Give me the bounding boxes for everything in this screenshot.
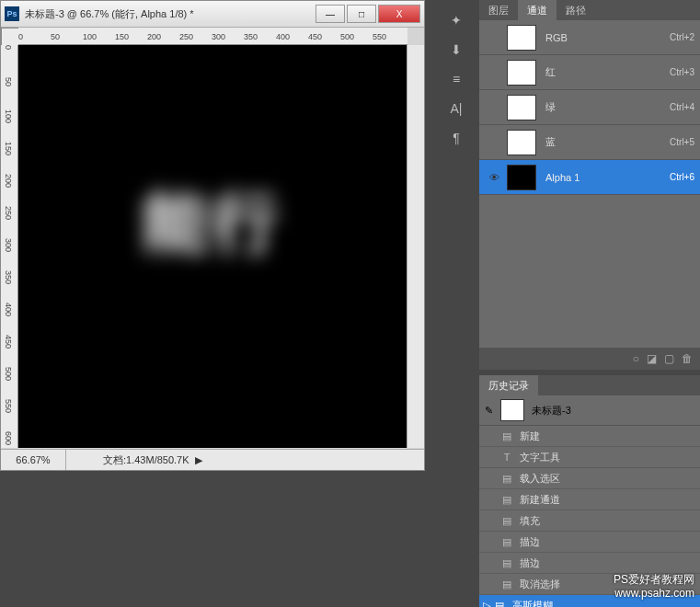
history-step-label: 高斯模糊 bbox=[512, 599, 553, 608]
ruler-tick: 600 bbox=[4, 431, 13, 445]
watermark-line1: PS爱好者教程网 bbox=[614, 573, 694, 588]
channel-shortcut: Ctrl+4 bbox=[670, 102, 694, 112]
channel-row[interactable]: RGBCtrl+2 bbox=[479, 20, 700, 55]
play-icon: ▷ bbox=[483, 600, 490, 608]
ruler-tick: 200 bbox=[147, 32, 161, 41]
brush-icon: ✎ bbox=[485, 405, 493, 417]
history-step-icon: ▤ bbox=[499, 429, 514, 443]
ruler-tick: 450 bbox=[308, 32, 322, 41]
channel-name: RGB bbox=[545, 32, 670, 43]
history-step-icon: T bbox=[499, 450, 514, 464]
history-step-label: 文字工具 bbox=[520, 451, 560, 464]
ruler-tick: 250 bbox=[179, 32, 193, 41]
channel-thumbnail bbox=[507, 25, 536, 51]
ruler-tick: 350 bbox=[244, 32, 258, 41]
history-step[interactable]: T文字工具 bbox=[479, 447, 700, 468]
ruler-tick: 200 bbox=[4, 174, 13, 188]
ruler-tick: 0 bbox=[18, 32, 23, 41]
document-window: Ps 未标题-3 @ 66.7% (能行, Alpha 1/8) * — □ X… bbox=[0, 0, 425, 471]
channel-thumbnail bbox=[507, 130, 536, 155]
channel-row[interactable]: 红Ctrl+3 bbox=[479, 55, 700, 90]
channel-name: 红 bbox=[545, 65, 670, 79]
channel-shortcut: Ctrl+6 bbox=[670, 172, 694, 182]
visibility-toggle[interactable] bbox=[485, 135, 503, 150]
channels-panel: 图层 通道 路径 RGBCtrl+2红Ctrl+3绿Ctrl+4蓝Ctrl+5👁… bbox=[479, 0, 700, 370]
window-titlebar[interactable]: Ps 未标题-3 @ 66.7% (能行, Alpha 1/8) * — □ X bbox=[1, 1, 424, 28]
document-info[interactable]: 文档:1.43M/850.7K bbox=[103, 453, 189, 467]
channel-row[interactable]: 蓝Ctrl+5 bbox=[479, 125, 700, 160]
ruler-tick: 550 bbox=[373, 32, 386, 41]
channel-name: 绿 bbox=[545, 100, 670, 114]
ruler-tick: 100 bbox=[83, 32, 97, 41]
channel-panel-footer: ○◪▢🗑 bbox=[479, 348, 700, 370]
ruler-tick: 400 bbox=[276, 32, 290, 41]
watermark-line2: www.psahz.com bbox=[614, 587, 694, 601]
ruler-tick: 500 bbox=[4, 367, 13, 381]
ruler-vertical[interactable]: 050100150200250300350400450500550600 bbox=[1, 45, 18, 448]
ruler-tick: 100 bbox=[4, 109, 13, 123]
snapshot-thumbnail bbox=[500, 399, 524, 421]
tool-button[interactable]: ⬇ bbox=[445, 39, 467, 61]
history-step-label: 取消选择 bbox=[520, 578, 560, 591]
panel-footer-button[interactable]: ◪ bbox=[647, 352, 657, 365]
channel-thumbnail bbox=[507, 165, 536, 190]
visibility-toggle[interactable] bbox=[485, 30, 503, 45]
minimize-button[interactable]: — bbox=[316, 5, 345, 23]
history-tabs: 历史记录 bbox=[479, 375, 700, 395]
tool-button[interactable]: A| bbox=[445, 97, 467, 120]
window-title: 未标题-3 @ 66.7% (能行, Alpha 1/8) * bbox=[25, 7, 316, 21]
zoom-level[interactable]: 66.67% bbox=[1, 450, 66, 470]
maximize-button[interactable]: □ bbox=[347, 5, 376, 23]
channel-thumbnail bbox=[507, 95, 536, 120]
close-button[interactable]: X bbox=[378, 5, 420, 23]
channel-shortcut: Ctrl+5 bbox=[670, 137, 694, 147]
history-step[interactable]: ▤描边 bbox=[479, 553, 700, 574]
history-snapshot[interactable]: ✎ 未标题-3 bbox=[479, 395, 700, 426]
channel-thumbnail bbox=[507, 60, 536, 86]
scrollbar-vertical[interactable] bbox=[407, 45, 424, 448]
canvas[interactable]: 能行 bbox=[18, 45, 407, 448]
visibility-toggle[interactable] bbox=[485, 65, 503, 80]
channel-row[interactable]: 👁Alpha 1Ctrl+6 bbox=[479, 160, 700, 195]
tab-channels[interactable]: 通道 bbox=[518, 0, 557, 20]
history-step-icon: ▤ bbox=[492, 598, 507, 607]
ruler-tick: 150 bbox=[115, 32, 129, 41]
ruler-tick: 500 bbox=[340, 32, 354, 41]
ruler-tick: 300 bbox=[212, 32, 225, 41]
panel-tabs: 图层 通道 路径 bbox=[479, 0, 700, 20]
ps-icon: Ps bbox=[5, 6, 19, 21]
history-step-label: 填充 bbox=[520, 514, 540, 528]
ruler-tick: 150 bbox=[4, 142, 13, 155]
ruler-tick: 450 bbox=[4, 335, 13, 349]
ruler-tick: 300 bbox=[4, 238, 13, 252]
channel-row[interactable]: 绿Ctrl+4 bbox=[479, 90, 700, 125]
tab-layers[interactable]: 图层 bbox=[479, 0, 518, 20]
ruler-horizontal[interactable]: 050100150200250300350400450500550 bbox=[18, 28, 407, 45]
ruler-corner[interactable] bbox=[1, 28, 19, 46]
history-step[interactable]: ▤载入选区 bbox=[479, 468, 700, 489]
history-step[interactable]: ▤新建通道 bbox=[479, 489, 700, 510]
ruler-tick: 550 bbox=[4, 399, 13, 413]
panel-footer-button[interactable]: 🗑 bbox=[682, 352, 693, 365]
panel-footer-button[interactable]: ○ bbox=[633, 352, 639, 365]
history-step[interactable]: ▤新建 bbox=[479, 426, 700, 447]
channel-name: Alpha 1 bbox=[545, 172, 670, 183]
channel-shortcut: Ctrl+2 bbox=[670, 32, 694, 42]
history-step[interactable]: ▤填充 bbox=[479, 510, 700, 532]
tab-history[interactable]: 历史记录 bbox=[479, 375, 538, 395]
watermark: PS爱好者教程网 www.psahz.com bbox=[614, 573, 694, 601]
history-step-label: 新建通道 bbox=[520, 493, 560, 507]
visibility-toggle[interactable]: 👁 bbox=[485, 170, 503, 185]
visibility-toggle[interactable] bbox=[485, 100, 503, 115]
history-step-icon: ▤ bbox=[499, 471, 514, 486]
info-arrow-icon[interactable]: ▶ bbox=[195, 454, 202, 466]
history-step[interactable]: ▤描边 bbox=[479, 532, 700, 553]
tool-button[interactable]: ✦ bbox=[445, 9, 467, 31]
tool-button[interactable]: ¶ bbox=[445, 127, 467, 149]
ruler-tick: 350 bbox=[4, 270, 13, 284]
panel-footer-button[interactable]: ▢ bbox=[664, 352, 674, 365]
tool-button[interactable]: ≡ bbox=[445, 68, 467, 90]
status-bar: 66.67% 文档:1.43M/850.7K ▶ bbox=[1, 449, 424, 470]
window-buttons: — □ X bbox=[316, 5, 420, 23]
tab-paths[interactable]: 路径 bbox=[557, 0, 595, 20]
